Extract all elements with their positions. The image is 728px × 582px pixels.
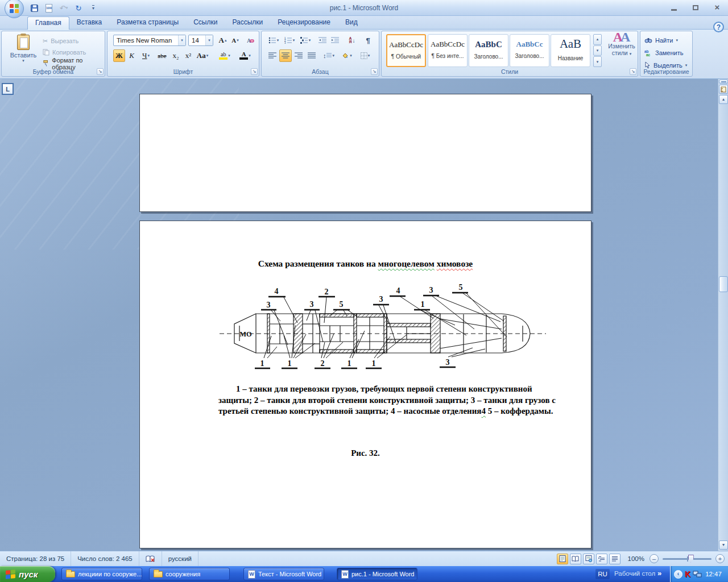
styles-gallery-more-button[interactable]: ▾ [593, 56, 602, 67]
taskbar-button-word-text[interactable]: W Текст - Microsoft Word [243, 568, 324, 580]
tab-references[interactable]: Ссылки [186, 16, 225, 30]
font-name-combo[interactable]: Times New Roman ▾ [113, 35, 186, 46]
zoom-in-button[interactable]: + [715, 554, 725, 563]
zoom-slider[interactable] [663, 558, 712, 560]
line-spacing-button[interactable]: ↕ ▾ [321, 49, 337, 62]
group-editing: Найти ▾ ab ac Заменить Выделить ▾ Редакт… [640, 31, 693, 77]
page-1[interactable] [139, 94, 592, 212]
figure-caption-paragraph[interactable]: 1 – танки для перевозки грузов, требующи… [218, 384, 557, 417]
sort-button[interactable]: АЯ ↓ [345, 34, 359, 47]
align-center-button[interactable] [279, 49, 292, 62]
format-painter-button[interactable]: Формат по образцу [43, 59, 105, 69]
split-handle[interactable] [719, 80, 728, 84]
taskbar-button-folder-2[interactable]: сооружения [149, 568, 230, 580]
subscript-button[interactable]: x₂ [169, 49, 182, 62]
language-bar[interactable]: RU [595, 569, 610, 579]
strikethrough-button[interactable]: abe [155, 49, 169, 62]
fullscreen-reading-view-button[interactable] [570, 554, 581, 564]
clipboard-dialog-launcher[interactable]: ↘ [97, 68, 104, 75]
desktop-toolbar[interactable]: Рабочий стол [614, 570, 655, 577]
outline-view-button[interactable] [596, 554, 607, 564]
figure-number[interactable]: Рис. 32. [140, 448, 591, 458]
engine-room-label: МО [239, 330, 252, 338]
restore-button[interactable] [689, 3, 702, 12]
style-chip-heading1[interactable]: AaBbC Заголово... [469, 34, 508, 67]
tab-view[interactable]: Вид [338, 16, 365, 30]
taskbar-button-word-ris1[interactable]: W рис.1 - Microsoft Word [337, 568, 417, 580]
scroll-down-button[interactable]: ▾ [719, 541, 728, 550]
tab-home[interactable]: Главная [27, 16, 69, 30]
zoom-out-button[interactable]: – [650, 554, 659, 563]
network-tray-icon[interactable] [693, 571, 702, 578]
font-dialog-launcher[interactable]: ↘ [251, 68, 258, 75]
style-chip-normal[interactable]: AaBbCcDc ¶ Обычный [386, 34, 426, 67]
vertical-scrollbar[interactable]: ▴ ▾ [718, 79, 728, 551]
style-chip-heading2[interactable]: AaBbCc Заголово... [510, 34, 549, 67]
zoom-slider-thumb[interactable] [688, 555, 694, 563]
font-size-combo[interactable]: 14 ▾ [188, 35, 213, 46]
bold-button[interactable]: Ж [113, 49, 125, 62]
font-color-button[interactable]: А ▾ [236, 49, 254, 62]
styles-scroll-up-button[interactable]: ▴ [593, 34, 602, 45]
clear-formatting-button[interactable]: A [244, 34, 257, 47]
show-marks-button[interactable]: ¶ [362, 34, 374, 47]
increase-indent-button[interactable] [329, 34, 341, 47]
justify-button[interactable] [305, 49, 318, 62]
start-button[interactable]: пуск [0, 566, 55, 582]
styles-dialog-launcher[interactable]: ↘ [630, 68, 636, 75]
shrink-font-button[interactable]: А▾ [229, 34, 241, 47]
paragraph-dialog-launcher[interactable]: ↘ [371, 68, 378, 75]
proofing-status[interactable] [139, 551, 162, 566]
replace-button[interactable]: ab ac Заменить [644, 48, 683, 58]
web-layout-view-button[interactable] [583, 554, 594, 564]
language-indicator[interactable]: русский [162, 551, 198, 566]
decrease-indent-button[interactable] [316, 34, 329, 47]
tab-review[interactable]: Рецензирование [270, 16, 338, 30]
word-count[interactable]: Число слов: 2 465 [71, 551, 139, 566]
cut-button[interactable]: ✂ Вырезать [43, 36, 78, 46]
numbering-button[interactable]: 1 2 3 ▾ [282, 34, 297, 47]
tray-collapse-button[interactable]: ‹ [674, 570, 682, 579]
shading-button[interactable]: ▾ [339, 49, 355, 62]
grow-font-button[interactable]: А▴ [217, 34, 229, 47]
document-heading[interactable]: Схема размещения танков на многоцелевом … [140, 259, 591, 269]
change-styles-button[interactable]: АА Изменить стили ▾ [606, 34, 638, 70]
italic-button[interactable]: К [126, 49, 138, 62]
page-2[interactable]: Схема размещения танков на многоцелевом … [139, 221, 592, 548]
highlight-button[interactable]: ab ▾ [216, 49, 234, 62]
scroll-up-button[interactable]: ▴ [719, 95, 728, 104]
scroll-thumb[interactable] [719, 276, 728, 292]
paste-button[interactable]: Вставить ▾ [6, 34, 41, 69]
style-chip-no-spacing[interactable]: AaBbCcDc ¶ Без инте... [428, 34, 468, 67]
help-button[interactable]: ? [713, 22, 724, 32]
superscript-button[interactable]: x² [182, 49, 195, 62]
tab-mailings[interactable]: Рассылки [225, 16, 270, 30]
align-right-button[interactable] [292, 49, 305, 62]
styles-scroll-down-button[interactable]: ▾ [593, 45, 602, 56]
tab-page-layout[interactable]: Разметка страницы [109, 16, 186, 30]
underline-button[interactable]: Ч ▾ [138, 49, 154, 62]
ruler-toggle-button[interactable] [719, 85, 728, 94]
taskbar-button-folder-1[interactable]: лекциии по сооруже... [61, 568, 142, 580]
multilevel-list-button[interactable]: ▾ [298, 34, 313, 47]
page-indicator[interactable]: Страница: 28 из 75 [0, 551, 71, 566]
copy-button[interactable]: Копировать [43, 47, 86, 57]
close-button[interactable]: × [711, 3, 723, 12]
minimize-button[interactable] [668, 3, 680, 12]
bullets-button[interactable]: ▾ [266, 34, 281, 47]
style-chip-title[interactable]: АаВ Название [551, 34, 590, 67]
zoom-level[interactable]: 100% [628, 555, 644, 562]
borders-button[interactable]: ▾ [357, 49, 373, 62]
desktop-toolbar-chevron[interactable]: » [657, 569, 661, 577]
kaspersky-tray-icon[interactable]: K [685, 569, 690, 579]
clock[interactable]: 12:47 [705, 571, 722, 577]
print-layout-view-button[interactable] [557, 554, 568, 564]
tab-insert[interactable]: Вставка [69, 16, 110, 30]
start-label: пуск [19, 569, 38, 579]
align-left-button[interactable] [266, 49, 279, 62]
tab-stop-selector[interactable]: L [2, 83, 14, 95]
group-font: Times New Roman ▾ 14 ▾ А▴ А▾ A Ж К Ч [107, 31, 259, 77]
find-button[interactable]: Найти ▾ [644, 35, 678, 45]
draft-view-button[interactable] [609, 554, 621, 564]
change-case-button[interactable]: Aa ▾ [195, 49, 210, 62]
